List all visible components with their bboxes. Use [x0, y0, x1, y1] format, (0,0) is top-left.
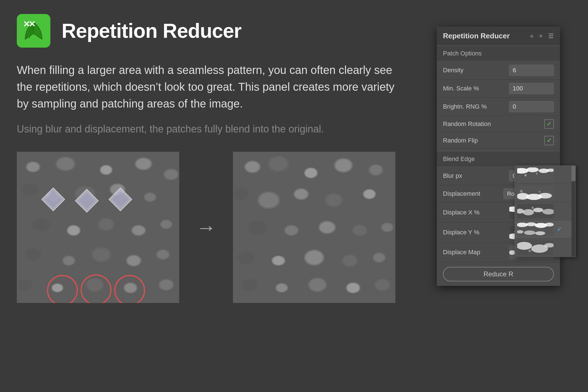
displace-y-label: Displace Y % — [443, 229, 479, 236]
reduce-btn-row: Reduce R — [437, 262, 560, 286]
random-rotation-checkmark: ✓ — [547, 120, 552, 128]
panel-title: Repetition Reducer — [443, 32, 510, 40]
random-flip-label: Random Flip — [443, 137, 478, 144]
displacement-dropdown-popup: ✓ — [515, 165, 576, 257]
svg-point-38 — [520, 190, 523, 193]
arrow-indicator: → — [196, 216, 216, 239]
panel-menu-button[interactable]: ☰ — [548, 32, 554, 40]
random-flip-row: Random Flip ✓ — [437, 132, 560, 149]
page-title: Repetition Reducer — [62, 19, 241, 42]
displacement-label: Displacement — [443, 190, 480, 197]
main-content-area: When filling a larger area with a seamle… — [0, 56, 462, 135]
panel-collapse-button[interactable]: « — [530, 32, 533, 40]
app-logo — [17, 14, 50, 48]
density-input[interactable] — [509, 65, 554, 76]
svg-point-32 — [524, 174, 527, 176]
svg-point-42 — [523, 209, 534, 215]
svg-point-58 — [528, 249, 531, 252]
random-rotation-checkbox[interactable]: ✓ — [544, 119, 554, 129]
patch-options-section-header: Patch Options — [437, 46, 560, 61]
dropdown-item-rocks-selected[interactable]: ✓ — [515, 220, 575, 239]
displace-map-label: Displace Map — [443, 249, 480, 256]
svg-point-52 — [524, 230, 535, 235]
brightn-rng-row: Brightn. RNG % — [437, 98, 560, 116]
panel-close-button[interactable]: × — [539, 32, 543, 40]
brightn-rng-label: Brightn. RNG % — [443, 103, 487, 110]
svg-point-50 — [545, 223, 554, 227]
blend-edge-section-header: Blend Edge — [437, 151, 560, 167]
min-scale-row: Min. Scale % — [437, 80, 560, 98]
random-rotation-label: Random Rotation — [443, 120, 491, 128]
random-flip-checkmark: ✓ — [547, 137, 552, 144]
density-row: Density — [437, 61, 560, 80]
dropdown-scrollbar[interactable] — [571, 166, 575, 257]
circle-1 — [47, 275, 78, 303]
panel-header: Repetition Reducer « × ☰ — [437, 27, 560, 46]
random-flip-checkbox[interactable]: ✓ — [544, 136, 554, 145]
svg-point-45 — [531, 207, 534, 209]
random-rotation-row: Random Rotation ✓ — [437, 116, 560, 132]
scrollbar-thumb — [571, 166, 575, 181]
description-primary: When filling a larger area with a seamle… — [17, 62, 409, 112]
svg-point-53 — [535, 231, 545, 235]
panel: Repetition Reducer « × ☰ Patch Options D… — [437, 27, 560, 286]
dropdown-item-3[interactable] — [515, 202, 575, 220]
panel-controls: « × ☰ — [530, 32, 554, 40]
dropdown-item-5[interactable] — [515, 239, 575, 257]
description-secondary: Using blur and displacement, the patches… — [17, 123, 445, 135]
patch-options-label: Patch Options — [443, 50, 482, 57]
brightn-rng-input[interactable] — [509, 101, 554, 112]
before-image — [17, 152, 179, 303]
svg-point-49 — [535, 223, 547, 228]
svg-point-37 — [538, 193, 552, 199]
svg-point-33 — [536, 173, 538, 174]
circle-2 — [81, 274, 111, 303]
blur-label: Blur px — [443, 172, 462, 179]
selected-checkmark-icon: ✓ — [557, 226, 562, 233]
svg-point-39 — [539, 191, 540, 193]
min-scale-input[interactable] — [509, 83, 554, 94]
displace-x-label: Displace X % — [443, 209, 480, 216]
density-label: Density — [443, 67, 463, 74]
svg-point-48 — [526, 222, 536, 226]
min-scale-label: Min. Scale % — [443, 85, 479, 92]
circle-3 — [114, 275, 145, 303]
dropdown-item-1[interactable] — [515, 166, 575, 184]
svg-point-43 — [533, 208, 543, 212]
reduce-button[interactable]: Reduce R — [443, 267, 554, 281]
arrow-symbol: → — [196, 216, 216, 239]
dropdown-item-2[interactable] — [515, 184, 575, 202]
after-image — [233, 152, 395, 303]
blend-edge-label: Blend Edge — [443, 155, 475, 162]
